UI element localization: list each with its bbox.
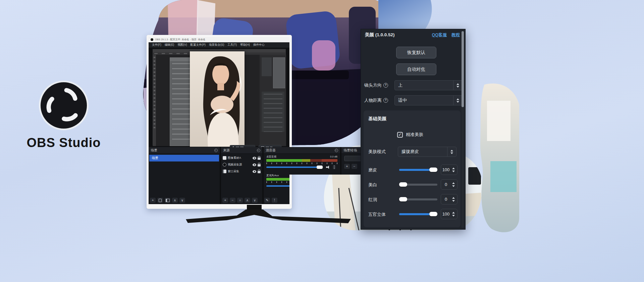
move-up-button[interactable]: ∧ xyxy=(245,198,250,203)
slider-track[interactable] xyxy=(399,169,437,171)
help-icon[interactable]: ? xyxy=(383,83,388,88)
person-distance-select[interactable]: 适中 xyxy=(394,95,463,105)
menu-item[interactable]: 文件(F) xyxy=(151,43,163,47)
track-options-button[interactable] xyxy=(333,165,336,169)
source-row[interactable]: 窗口采集 xyxy=(221,168,262,175)
layout-toggle-chip[interactable] xyxy=(259,145,281,147)
obs-window-title: OBS 29.1.3 - 配置文件: 未命名 - 场景: 未命名 xyxy=(155,38,205,41)
select-spinner[interactable] xyxy=(447,147,456,156)
ps-mini-panel xyxy=(262,57,272,76)
remove-scene-button[interactable] xyxy=(157,198,163,203)
tutorial-link[interactable]: 教程 xyxy=(451,32,460,38)
scrollbar-thumb[interactable] xyxy=(462,31,464,107)
slider-label: 磨皮 xyxy=(368,167,377,173)
lock-icon[interactable] xyxy=(258,157,261,160)
menu-item[interactable]: 插件中心 xyxy=(252,43,266,47)
scene-list-item-selected[interactable]: 场景 xyxy=(149,155,219,161)
chevron-up-icon xyxy=(452,168,455,169)
menu-item[interactable]: 场景集合(S) xyxy=(208,43,225,47)
menu-item[interactable]: 配置文件(P) xyxy=(189,43,207,47)
scrollbar-track[interactable] xyxy=(462,31,464,228)
slider-value: 100 xyxy=(441,167,451,172)
help-icon[interactable]: ? xyxy=(383,98,388,103)
lens-direction-value: 上 xyxy=(398,82,453,88)
source-name: 视频采集源 xyxy=(228,163,251,167)
menu-item[interactable]: 视图(V) xyxy=(176,43,188,47)
chip-text-bars xyxy=(266,147,272,147)
beauty-panel-title: 美颜 (1.0.0.52) xyxy=(365,32,395,38)
slider-handle[interactable] xyxy=(429,212,437,216)
chevron-up-icon xyxy=(452,182,455,184)
person-distance-label: 人物距离 ? xyxy=(364,97,388,103)
select-spinner[interactable] xyxy=(453,96,462,105)
remove-transition-button[interactable]: − xyxy=(352,164,357,169)
autofocus-button[interactable]: 自动对焦 xyxy=(396,63,436,75)
skin-mode-label: 美肤模式 xyxy=(368,149,386,155)
menu-item[interactable]: 帮助(H) xyxy=(239,43,251,47)
source-row[interactable]: 视频采集源 xyxy=(221,161,262,168)
lock-icon[interactable] xyxy=(258,171,261,173)
slider-track[interactable] xyxy=(399,213,437,215)
move-down-button[interactable]: ∨ xyxy=(252,198,258,203)
slider-value-spinner[interactable]: 0 xyxy=(441,179,458,190)
panel-menu-icon[interactable] xyxy=(335,149,338,152)
slider-track[interactable] xyxy=(399,184,437,186)
precise-skin-checkbox[interactable] xyxy=(397,132,403,138)
scenes-title: 场景 xyxy=(151,148,157,153)
mixer-more-button[interactable]: ! xyxy=(272,198,277,203)
lens-direction-select[interactable]: 上 xyxy=(394,80,463,90)
diamond-icon xyxy=(232,146,235,147)
obs-menu-bar: 文件(F)编辑(E)视图(V)配置文件(P)场景集合(S)工具(T)帮助(H)插… xyxy=(149,42,289,48)
rosy-slider-row: 红润 0 xyxy=(368,194,458,204)
photoshop-right-panels xyxy=(260,55,286,146)
visibility-eye-icon[interactable] xyxy=(253,157,256,159)
filters-button[interactable] xyxy=(165,198,170,203)
menu-item[interactable]: 工具(T) xyxy=(226,43,238,47)
lock-icon[interactable] xyxy=(258,164,261,167)
add-scene-button[interactable]: + xyxy=(150,198,156,203)
basic-beauty-section: 基础美颜 精准美肤 美肤模式 朦胧磨皮 磨皮 100 xyxy=(364,110,461,227)
portrait-photo xyxy=(190,51,245,147)
menu-item[interactable]: 编辑(E) xyxy=(163,43,175,47)
source-properties-button[interactable]: ○ xyxy=(237,198,243,203)
mixer-config-button[interactable]: ✎ xyxy=(264,198,270,203)
precise-skin-row: 精准美肤 xyxy=(397,131,423,138)
visibility-eye-icon[interactable] xyxy=(253,170,256,173)
panel-menu-icon[interactable] xyxy=(214,149,218,152)
chevron-down-icon xyxy=(452,200,455,202)
restore-defaults-button[interactable]: 恢复默认 xyxy=(396,47,436,58)
visibility-eye-icon[interactable] xyxy=(253,163,256,166)
slider-value-spinner[interactable]: 100 xyxy=(441,209,458,219)
chevron-up-icon xyxy=(450,150,453,151)
volume-slider[interactable] xyxy=(266,165,337,169)
volume-slider-handle[interactable] xyxy=(317,166,323,169)
select-spinner[interactable] xyxy=(453,81,462,90)
chevron-down-icon xyxy=(452,185,455,187)
chevron-down-icon xyxy=(457,86,459,88)
window-icon xyxy=(261,146,264,147)
panel-menu-icon[interactable] xyxy=(257,149,260,152)
window-source-icon xyxy=(223,170,226,173)
speaker-icon[interactable] xyxy=(326,166,330,169)
slider-value: 0 xyxy=(441,197,451,202)
slider-handle[interactable] xyxy=(429,168,437,172)
add-source-button[interactable]: + xyxy=(222,198,228,203)
scenes-panel-header: 场景 xyxy=(149,147,220,154)
qq-support-link[interactable]: QQ客服 xyxy=(432,32,447,38)
slider-handle[interactable] xyxy=(399,197,407,201)
chevron-down-icon xyxy=(457,101,459,103)
skin-mode-select[interactable]: 朦胧磨皮 xyxy=(398,147,457,157)
slider-value: 100 xyxy=(441,211,451,217)
slider-value-spinner[interactable]: 100 xyxy=(441,164,458,175)
slider-track[interactable] xyxy=(399,198,437,200)
preview-toggle-chip[interactable] xyxy=(230,145,255,147)
transitions-title: 场景转场 xyxy=(343,148,357,153)
slider-value-spinner[interactable]: 0 xyxy=(441,194,458,204)
move-up-button[interactable]: ∧ xyxy=(172,198,178,203)
source-row[interactable]: 图像素材A xyxy=(221,155,262,161)
sources-panel-header: 来源 xyxy=(221,147,262,154)
add-transition-button[interactable]: + xyxy=(344,164,350,169)
slider-handle[interactable] xyxy=(399,182,407,187)
move-down-button[interactable]: ∨ xyxy=(179,198,185,203)
remove-source-button[interactable]: − xyxy=(230,198,235,203)
